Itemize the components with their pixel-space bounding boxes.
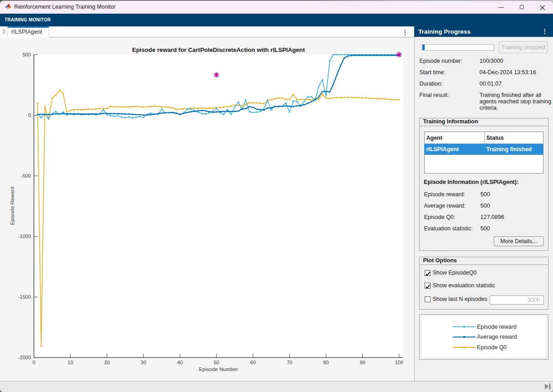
svg-text:20: 20 xyxy=(104,359,110,365)
svg-text:-2000: -2000 xyxy=(18,355,31,360)
svg-text:70: 70 xyxy=(287,359,292,365)
svg-text:-1000: -1000 xyxy=(18,234,31,239)
svg-text:10: 10 xyxy=(68,359,73,365)
svg-text:60: 60 xyxy=(250,359,256,365)
svg-text:500: 500 xyxy=(23,51,31,57)
svg-text:Episode Number: Episode Number xyxy=(199,366,238,372)
svg-text:50: 50 xyxy=(213,359,219,365)
svg-text:0: 0 xyxy=(28,112,31,117)
svg-text:Average reward: Average reward xyxy=(477,334,517,340)
svg-text:40: 40 xyxy=(177,359,183,365)
svg-text:-1500: -1500 xyxy=(18,294,31,300)
svg-text:100: 100 xyxy=(395,359,403,365)
svg-text:80: 80 xyxy=(323,359,329,365)
svg-text:Episode reward for CartPoleDis: Episode reward for CartPoleDiscreteActio… xyxy=(132,46,305,53)
svg-text:30: 30 xyxy=(141,359,146,365)
svg-text:0: 0 xyxy=(32,359,35,365)
svg-text:Episode Q0: Episode Q0 xyxy=(477,344,507,351)
svg-text:Episode reward: Episode reward xyxy=(477,324,517,330)
svg-text:90: 90 xyxy=(360,359,365,365)
svg-text:Episode Reward: Episode Reward xyxy=(10,186,15,224)
svg-text:-500: -500 xyxy=(21,173,31,178)
